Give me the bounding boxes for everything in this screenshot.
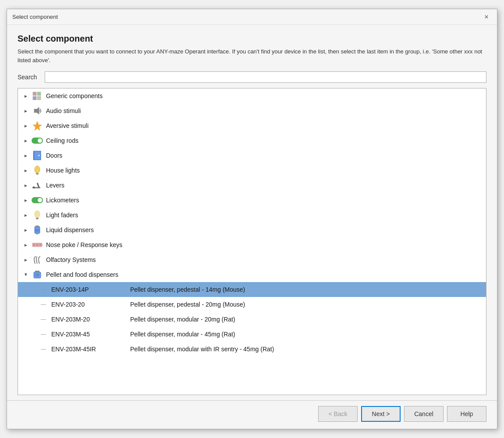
leaf-env203m-45ir[interactable]: — ENV-203M-45IR Pellet dispenser, modula… (18, 342, 486, 357)
dash-1: — (39, 286, 48, 293)
chevron-liquid: ► (21, 228, 30, 233)
svg-rect-0 (33, 92, 36, 95)
dash-5: — (39, 346, 48, 352)
svg-point-16 (33, 187, 35, 189)
leaf-env203-14p[interactable]: — ENV-203-14P Pellet dispenser, pedestal… (18, 282, 486, 297)
group-generic[interactable]: ► Generic components (18, 88, 486, 103)
help-button[interactable]: Help (447, 406, 486, 422)
search-input[interactable] (45, 71, 486, 83)
svg-rect-2 (33, 96, 36, 100)
desc-env203m-20: Pellet dispenser, modular - 20mg (Rat) (130, 316, 235, 323)
chevron-nosepoke: ► (21, 243, 30, 247)
svg-rect-22 (35, 229, 39, 232)
group-doors[interactable]: ► Doors (18, 148, 486, 163)
icon-liquid (31, 225, 43, 235)
svg-rect-18 (36, 218, 39, 219)
svg-rect-3 (37, 96, 41, 100)
group-liquid-label: Liquid dispensers (46, 226, 94, 233)
svg-point-8 (39, 155, 40, 156)
content-area: Select component Select the component th… (7, 25, 497, 400)
chevron-doors: ► (21, 153, 30, 158)
back-button[interactable]: < Back (318, 406, 358, 422)
svg-rect-27 (39, 244, 41, 246)
code-env203-20: ENV-203-20 (51, 301, 130, 308)
chevron-lickometers: ► (21, 198, 30, 203)
icon-lickometers (31, 195, 43, 205)
group-audio[interactable]: ► Audio stimuli (18, 103, 486, 118)
chevron-levers: ► (21, 183, 30, 188)
svg-marker-4 (34, 107, 39, 114)
icon-houselights (31, 165, 43, 176)
desc-env203-20: Pellet dispenser, pedestal - 20mg (Mouse… (130, 301, 245, 308)
footer-separator (7, 400, 497, 401)
chevron-aversive: ► (21, 124, 30, 128)
chevron-olfactory: ► (21, 258, 30, 262)
chevron-ceiling: ► (21, 138, 30, 143)
icon-pellet (31, 269, 43, 280)
icon-lightfaders (31, 210, 43, 220)
leaf-env203m-45[interactable]: — ENV-203M-45 Pellet dispenser, modular … (18, 327, 486, 342)
svg-marker-5 (33, 121, 42, 131)
leaf-env203m-20[interactable]: — ENV-203M-20 Pellet dispenser, modular … (18, 312, 486, 327)
code-env203m-45: ENV-203M-45 (51, 331, 130, 338)
svg-rect-30 (35, 274, 39, 276)
group-generic-label: Generic components (46, 92, 103, 99)
group-levers[interactable]: ► Levers (18, 178, 486, 193)
group-ceiling[interactable]: ► Ceiling rods (18, 133, 486, 148)
page-title: Select component (18, 34, 486, 44)
chevron-generic: ► (21, 94, 30, 99)
group-pellet[interactable]: ► Pellet and food dispensers (18, 267, 486, 282)
leaf-env203-20[interactable]: — ENV-203-20 Pellet dispenser, pedestal … (18, 297, 486, 312)
group-houselights[interactable]: ► House lights (18, 163, 486, 178)
svg-rect-23 (36, 233, 38, 234)
svg-point-10 (35, 166, 40, 173)
group-olfactory[interactable]: ► Olfactory Systems (18, 252, 486, 267)
icon-audio (31, 106, 43, 116)
icon-nosepoke (31, 240, 43, 250)
code-env203m-45ir: ENV-203M-45IR (51, 346, 130, 353)
svg-point-17 (35, 211, 40, 218)
next-button[interactable]: Next > (361, 406, 401, 422)
svg-rect-11 (36, 173, 39, 174)
svg-rect-25 (33, 244, 35, 246)
cancel-button[interactable]: Cancel (404, 406, 444, 422)
group-lightfaders[interactable]: ► Light faders (18, 208, 486, 223)
chevron-audio: ► (21, 109, 30, 113)
close-button[interactable]: × (481, 12, 492, 22)
chevron-pellet: ► (24, 270, 28, 279)
svg-rect-19 (36, 219, 39, 219)
desc-env203m-45: Pellet dispenser, modular - 45mg (Rat) (130, 331, 235, 338)
code-env203m-20: ENV-203M-20 (51, 316, 130, 323)
svg-rect-21 (35, 226, 39, 227)
group-lightfaders-label: Light faders (46, 212, 78, 219)
svg-rect-26 (36, 244, 38, 246)
group-levers-label: Levers (46, 182, 64, 189)
group-audio-label: Audio stimuli (46, 107, 81, 114)
icon-generic (31, 91, 43, 101)
search-label: Search (18, 74, 39, 81)
icon-levers (31, 180, 43, 191)
footer: < Back Next > Cancel Help (7, 406, 497, 429)
description: Select the component that you want to co… (18, 47, 486, 64)
group-pellet-label: Pellet and food dispensers (46, 271, 118, 278)
svg-rect-29 (35, 271, 39, 272)
group-aversive[interactable]: ► Aversive stimuli (18, 118, 486, 133)
desc-env203-14p: Pellet dispenser, pedestal - 14mg (Mouse… (130, 286, 245, 293)
icon-olfactory (31, 254, 43, 265)
desc-env203m-45ir: Pellet dispenser, modular with IR sentry… (130, 346, 274, 353)
group-olfactory-label: Olfactory Systems (46, 256, 96, 263)
group-liquid[interactable]: ► Liquid dispensers (18, 223, 486, 237)
group-lickometers[interactable]: ► Lickometers (18, 193, 486, 208)
icon-doors (31, 150, 43, 161)
group-doors-label: Doors (46, 152, 62, 159)
chevron-houselights: ► (21, 168, 30, 173)
tree-container[interactable]: ► Generic components ► (18, 88, 486, 395)
group-lickometers-label: Lickometers (46, 197, 79, 204)
dash-3: — (39, 316, 48, 322)
dash-4: — (39, 331, 48, 337)
group-nosepoke[interactable]: ► Nose poke / Response keys (18, 237, 486, 252)
group-houselights-label: House lights (46, 167, 80, 174)
svg-rect-12 (36, 174, 39, 175)
dialog-title: Select component (12, 14, 58, 20)
group-ceiling-label: Ceiling rods (46, 137, 78, 144)
